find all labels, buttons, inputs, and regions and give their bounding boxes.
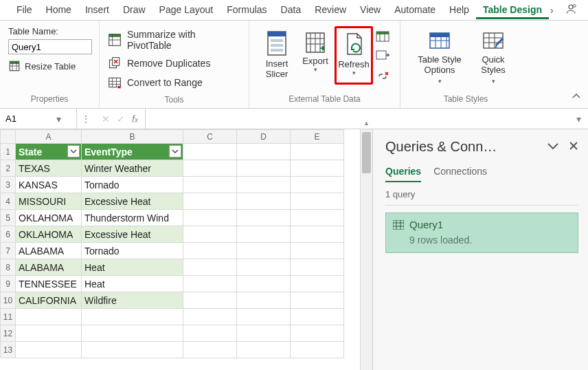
quick-styles-button[interactable]: Quick Styles ▾ [471, 26, 516, 86]
resize-table-label: Resize Table [25, 61, 76, 72]
table-name-input[interactable] [8, 39, 92, 54]
formula-input[interactable] [146, 109, 569, 129]
group-external-data: Insert Slicer Export ▾ Refresh ▾ Externa… [249, 21, 400, 108]
panel-collapse-button[interactable] [547, 141, 559, 153]
expand-formula-bar-icon[interactable]: ▾ [569, 113, 588, 124]
filter-dropdown-button[interactable] [169, 145, 181, 157]
tab-insert[interactable]: Insert [78, 1, 116, 19]
row-header[interactable]: 8 [1, 259, 16, 276]
name-box-input[interactable] [4, 113, 56, 124]
fx-icon[interactable]: fx [132, 113, 138, 124]
export-label: Export [302, 56, 328, 67]
row-header[interactable]: 6 [1, 226, 16, 243]
cell-event[interactable]: Tornado [82, 177, 183, 193]
table-header-event[interactable]: EventType [82, 144, 183, 160]
cell-event[interactable]: Excessive Heat [82, 193, 183, 210]
cell-state[interactable]: ALABAMA [16, 259, 82, 276]
ribbon-tabs: File Home Insert Draw Page Layout Formul… [0, 0, 588, 21]
row-header[interactable]: 7 [1, 243, 16, 259]
tab-pagelayout[interactable]: Page Layout [152, 1, 220, 19]
table-header-state[interactable]: State [16, 144, 82, 160]
tab-review[interactable]: Review [308, 1, 353, 19]
cancel-formula-icon[interactable]: ✕ [102, 113, 110, 124]
refresh-button[interactable]: Refresh ▾ [335, 26, 373, 85]
row-header[interactable]: 4 [1, 193, 16, 210]
cell-state[interactable]: ALABAMA [16, 243, 82, 259]
tab-draw[interactable]: Draw [116, 1, 152, 19]
open-in-browser-small-button[interactable] [376, 50, 389, 65]
select-all-corner[interactable] [1, 130, 16, 144]
cell-state[interactable]: TEXAS [16, 160, 82, 177]
row-header[interactable]: 2 [1, 160, 16, 177]
cell-state[interactable]: MISSOURI [16, 193, 82, 210]
row-header[interactable]: 1 [1, 144, 16, 160]
export-button[interactable]: Export ▾ [296, 26, 335, 85]
tab-tabledesign[interactable]: Table Design [476, 1, 549, 19]
more-formula-icon[interactable]: ⋮ [77, 113, 95, 124]
row-header[interactable]: 11 [1, 309, 16, 325]
collapse-ribbon-button[interactable] [572, 91, 581, 102]
col-header-e[interactable]: E [291, 130, 344, 144]
convert-to-range-label: Convert to Range [127, 77, 203, 88]
panel-close-button[interactable] [569, 141, 578, 153]
query-name: Query1 [409, 219, 443, 230]
accept-formula-icon[interactable]: ✓ [117, 113, 125, 124]
properties-small-button[interactable] [376, 30, 389, 45]
cell-state[interactable]: OKLAHOMA [16, 226, 82, 243]
svg-rect-8 [109, 78, 121, 87]
cell-event[interactable]: Tornado [82, 243, 183, 259]
panel-tab-queries[interactable]: Queries [385, 166, 421, 182]
col-header-d[interactable]: D [237, 130, 291, 144]
convert-to-range-button[interactable]: Convert to Range [108, 73, 240, 92]
query-card[interactable]: Query1 9 rows loaded. [385, 213, 578, 253]
group-label-external: External Table Data [258, 91, 392, 108]
tab-automate[interactable]: Automate [387, 1, 442, 19]
svg-rect-10 [268, 32, 286, 36]
cell-event[interactable]: Excessive Heat [82, 226, 183, 243]
name-box[interactable]: ▾ [0, 109, 77, 129]
tab-help[interactable]: Help [442, 1, 476, 19]
tab-home[interactable]: Home [39, 1, 78, 19]
chevron-right-icon[interactable]: › [549, 5, 555, 16]
row-header[interactable]: 3 [1, 177, 16, 193]
cell-event[interactable]: Winter Weather [82, 160, 183, 177]
cell-event[interactable]: Heat [82, 276, 183, 292]
workspace: A B C D E 1StateEventType2TEXASWinter We… [0, 129, 588, 370]
panel-tab-connections[interactable]: Connections [433, 166, 487, 182]
filter-dropdown-button[interactable] [67, 145, 80, 157]
spreadsheet-grid[interactable]: A B C D E 1StateEventType2TEXASWinter We… [0, 129, 360, 370]
cell-event[interactable]: Heat [82, 259, 183, 276]
tab-data[interactable]: Data [274, 1, 308, 19]
row-header[interactable]: 10 [1, 292, 16, 309]
group-properties: Table Name: Resize Table Properties [0, 21, 100, 108]
account-icon[interactable] [558, 0, 584, 20]
tab-file[interactable]: File [10, 1, 39, 19]
cell-event[interactable]: Wildfire [82, 292, 183, 309]
scrollbar-thumb[interactable] [362, 132, 371, 173]
cell-state[interactable]: OKLAHOMA [16, 210, 82, 226]
col-header-c[interactable]: C [183, 130, 237, 144]
insert-slicer-button[interactable]: Insert Slicer [258, 26, 296, 85]
resize-table-button[interactable]: Resize Table [8, 60, 91, 72]
chevron-down-icon[interactable]: ▾ [56, 113, 61, 124]
query-status: 9 rows loaded. [409, 235, 571, 246]
row-header[interactable]: 12 [1, 325, 16, 342]
query-count-label: 1 query [385, 189, 578, 206]
cell-state[interactable]: TENNESSEE [16, 276, 82, 292]
cell-event[interactable]: Thunderstorm Wind [82, 210, 183, 226]
unlink-small-button[interactable] [376, 70, 389, 85]
tab-formulas[interactable]: Formulas [220, 1, 273, 19]
cell-state[interactable]: KANSAS [16, 177, 82, 193]
vertical-scrollbar[interactable]: ▲ [360, 129, 372, 370]
col-header-b[interactable]: B [82, 130, 183, 144]
row-header[interactable]: 5 [1, 210, 16, 226]
svg-rect-17 [376, 51, 386, 59]
cell-state[interactable]: CALIFORNIA [16, 292, 82, 309]
summarize-pivot-button[interactable]: Summarize with PivotTable [108, 26, 240, 54]
col-header-a[interactable]: A [16, 130, 82, 144]
table-style-options-button[interactable]: Table Style Options ▾ [409, 26, 471, 86]
row-header[interactable]: 13 [1, 342, 16, 358]
tab-view[interactable]: View [353, 1, 387, 19]
remove-duplicates-button[interactable]: Remove Duplicates [108, 54, 240, 73]
row-header[interactable]: 9 [1, 276, 16, 292]
